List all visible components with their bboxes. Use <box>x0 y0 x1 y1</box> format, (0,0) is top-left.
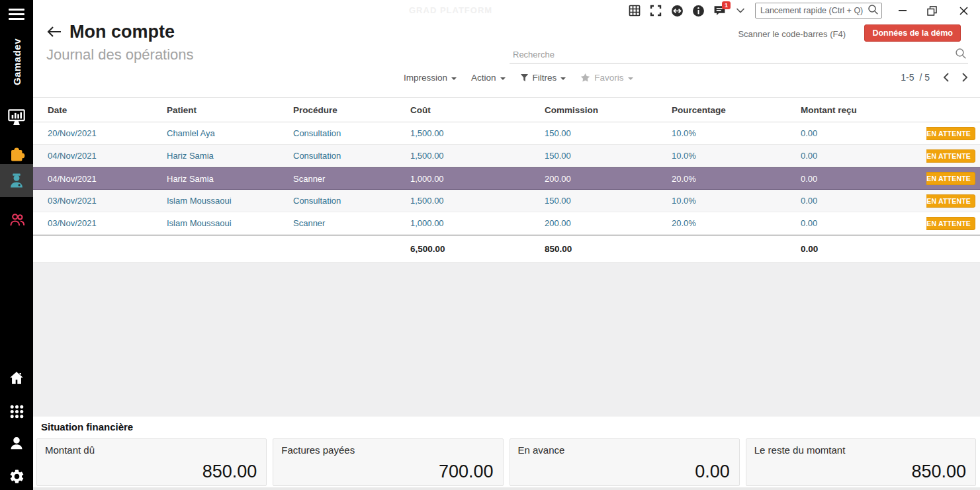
cell-montant-recu: 0.00 <box>801 128 926 138</box>
table-row[interactable]: 03/Nov/2021 Islam Moussaoui Consultation… <box>33 190 980 212</box>
cell-commission: 150.00 <box>545 151 672 161</box>
search-input[interactable] <box>510 50 955 60</box>
pager-total: / 5 <box>919 72 930 83</box>
sidebar: Gamadev <box>0 0 33 490</box>
cell-commission: 150.00 <box>545 196 672 206</box>
caret-down-icon <box>500 77 506 80</box>
column-header-montant-recu[interactable]: Montant reçu <box>801 105 926 115</box>
user-icon[interactable] <box>0 429 33 457</box>
status-badge: EN ATTENTE <box>926 172 975 185</box>
cell-commission: 150.00 <box>545 128 672 138</box>
cell-procedure: Scanner <box>293 174 410 184</box>
caret-down-icon <box>451 77 457 80</box>
demo-data-button[interactable]: Données de la démo <box>864 24 961 42</box>
cell-date: 03/Nov/2021 <box>33 218 167 228</box>
cell-date: 03/Nov/2021 <box>33 196 167 206</box>
card-value: 0.00 <box>695 462 730 482</box>
table-header-row: Date Patient Procédure Coût Commission P… <box>33 97 980 122</box>
column-header-pourcentage[interactable]: Pourcentage <box>672 105 801 115</box>
table-row[interactable]: 04/Nov/2021 Hariz Samia Consultation 1,5… <box>33 145 980 167</box>
card-reste-du-montant: Le reste du momtant 850.00 <box>746 438 976 486</box>
home-icon[interactable] <box>0 364 33 392</box>
caret-down-icon <box>560 77 566 80</box>
total-cout: 6,500.00 <box>410 244 545 254</box>
card-montant-du: Montant dû 850.00 <box>36 438 267 486</box>
impression-menu[interactable]: Impression <box>404 73 457 83</box>
apps-grid-icon[interactable] <box>0 397 33 425</box>
window-title: GRAD PLATFORM <box>409 5 492 15</box>
filter-funnel-icon <box>520 73 529 82</box>
cell-cout: 1,000.00 <box>410 218 545 228</box>
cell-pourcentage: 20.0% <box>672 218 801 228</box>
total-montant-recu: 0.00 <box>801 244 926 254</box>
cell-cout: 1,000.00 <box>410 174 545 184</box>
action-menu[interactable]: Action <box>471 73 506 83</box>
patients-icon[interactable] <box>0 205 33 233</box>
list-controls: Impression Action Filtres Favoris 1-5 / … <box>33 70 980 90</box>
caret-down-icon <box>628 77 633 80</box>
card-factures-payees: Factures payées 700.00 <box>273 438 503 486</box>
fullscreen-icon[interactable] <box>649 4 662 17</box>
cell-montant-recu: 0.00 <box>801 196 926 206</box>
cell-patient: Islam Moussaoui <box>167 218 293 228</box>
pager-range: 1-5 <box>901 72 914 83</box>
doctor-icon[interactable] <box>0 164 33 197</box>
cell-procedure: Consultation <box>293 196 410 206</box>
filters-menu[interactable]: Filtres <box>520 73 566 83</box>
quick-launch-input[interactable] <box>760 6 868 15</box>
column-header-patient[interactable]: Patient <box>167 105 293 115</box>
column-header-procedure[interactable]: Procédure <box>293 105 410 115</box>
card-label: Montant dû <box>45 444 95 456</box>
pager-prev-icon[interactable] <box>943 73 949 82</box>
table-row[interactable]: 20/Nov/2021 Chamlel Aya Consultation 1,5… <box>33 122 980 145</box>
column-header-commission[interactable]: Commission <box>545 105 672 115</box>
star-icon <box>580 73 590 83</box>
brand-logo: Gamadev <box>0 25 33 99</box>
cell-procedure: Consultation <box>293 128 410 138</box>
calculator-icon[interactable] <box>628 4 641 17</box>
pager-next-icon[interactable] <box>962 73 968 82</box>
column-header-date[interactable]: Date <box>33 105 167 115</box>
chevron-down-icon[interactable] <box>734 4 747 17</box>
search-icon[interactable] <box>955 48 967 62</box>
card-en-avance: En avance 0.00 <box>510 438 740 486</box>
status-badge: EN ATTENTE <box>926 217 975 230</box>
window-bottom-edge <box>33 487 980 490</box>
scanner-barcode-hint[interactable]: Scanner le code-barres (F4) <box>738 29 846 39</box>
favorites-menu[interactable]: Favoris <box>580 73 633 83</box>
cell-patient: Hariz Samia <box>167 174 293 184</box>
column-header-cout[interactable]: Coût <box>410 105 545 115</box>
cell-patient: Chamlel Aya <box>167 128 293 138</box>
search-icon[interactable] <box>868 4 879 18</box>
total-commission: 850.00 <box>545 244 672 254</box>
cell-pourcentage: 10.0% <box>672 196 801 206</box>
cell-date: 04/Nov/2021 <box>33 174 167 184</box>
back-arrow-icon[interactable] <box>46 25 62 41</box>
status-badge: EN ATTENTE <box>926 149 975 163</box>
cell-procedure: Scanner <box>293 218 410 228</box>
table-row[interactable]: 03/Nov/2021 Islam Moussaoui Scanner 1,00… <box>33 212 980 235</box>
restore-window-icon[interactable] <box>926 5 938 17</box>
cell-date: 04/Nov/2021 <box>33 151 167 161</box>
close-icon[interactable] <box>958 5 969 17</box>
table-totals-row: 6,500.00 850.00 0.00 <box>33 235 980 263</box>
cell-cout: 1,500.00 <box>410 128 545 138</box>
settings-icon[interactable] <box>0 462 33 490</box>
financial-title: Situation financière <box>41 421 133 432</box>
window-titlebar: GRAD PLATFORM 1 <box>33 0 980 21</box>
statistics-monitor-icon[interactable] <box>0 103 33 131</box>
info-icon[interactable] <box>691 4 705 17</box>
cell-pourcentage: 10.0% <box>672 151 801 161</box>
card-value: 850.00 <box>911 462 966 482</box>
card-value: 700.00 <box>439 462 494 482</box>
cell-pourcentage: 10.0% <box>672 128 801 138</box>
status-badge: EN ATTENTE <box>926 127 975 140</box>
minimize-icon[interactable] <box>897 5 909 17</box>
cell-patient: Hariz Samia <box>167 151 293 161</box>
empty-area <box>33 263 980 417</box>
table-row-selected[interactable]: 04/Nov/2021 Hariz Samia Scanner 1,000.00… <box>33 167 980 190</box>
card-label: En avance <box>518 444 565 456</box>
remote-session-icon[interactable] <box>670 4 684 17</box>
hamburger-menu-icon[interactable] <box>9 9 24 20</box>
messages-icon[interactable]: 1 <box>713 4 726 17</box>
